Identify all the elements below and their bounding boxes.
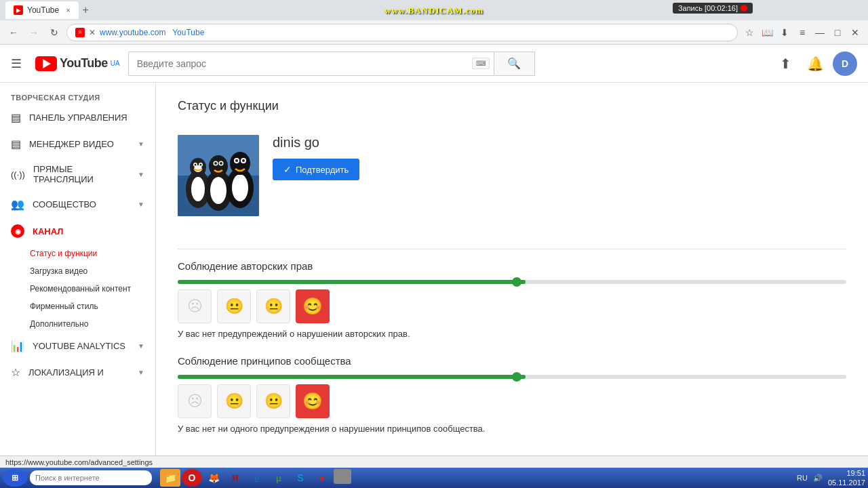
- new-tab-btn[interactable]: +: [83, 4, 89, 16]
- community-section: Соблюдение принципов сообщества ☹ 😐 😐 😊 …: [178, 355, 846, 434]
- sidebar-sub-advanced[interactable]: Дополнительно: [0, 315, 155, 333]
- sidebar-item-dashboard[interactable]: ▤ ПАНЕЛЬ УПРАВЛЕНИЯ: [0, 104, 155, 131]
- search-button[interactable]: 🔍: [494, 52, 535, 76]
- copyright-emoji-3: 😐: [256, 289, 290, 323]
- svg-point-16: [220, 162, 222, 165]
- upload-btn[interactable]: ⬆: [773, 52, 797, 76]
- channel-name: dinis go: [273, 135, 359, 150]
- status-section: Статус и функции: [178, 99, 846, 227]
- copyright-section: Соблюдение авторских прав ☹ 😐 😐 😊 У вас …: [178, 260, 846, 339]
- copyright-emoji-2: 😐: [217, 289, 251, 323]
- svg-point-23: [242, 159, 245, 162]
- confirm-label: Подтвердить: [296, 165, 349, 175]
- profile-info: dinis go ✓ Подтвердить: [273, 135, 359, 180]
- upload-label: Загрузка видео: [30, 266, 87, 276]
- notifications-btn[interactable]: 🔔: [803, 52, 827, 76]
- localization-label: ЛОКАЛИЗАЦИЯ И: [28, 367, 104, 378]
- copyright-progress-fill: [178, 280, 526, 284]
- recording-label: Запись [00:02:16]: [678, 4, 738, 12]
- community-arrow: ▼: [138, 201, 144, 208]
- analytics-label: YOUTUBE ANALYTICS: [33, 341, 125, 351]
- copyright-status-text: У вас нет предупреждений о нарушении авт…: [178, 329, 846, 339]
- svg-point-11: [210, 177, 226, 204]
- sidebar: ТВОРЧЕСКАЯ СТУДИЯ ▤ ПАНЕЛЬ УПРАВЛЕНИЯ ▤ …: [0, 83, 156, 468]
- penguin-image: [178, 135, 259, 216]
- community-icon: 👥: [11, 198, 24, 211]
- sidebar-item-channel[interactable]: ◉ КАНАЛ: [0, 218, 155, 245]
- sidebar-item-localization[interactable]: ☆ ЛОКАЛИЗАЦИЯ И ▼: [0, 359, 155, 386]
- play-triangle: [43, 59, 51, 68]
- divider-1: [178, 249, 846, 249]
- dashboard-label: ПАНЕЛЬ УПРАВЛЕНИЯ: [29, 113, 127, 123]
- video-manager-label: МЕНЕДЖЕР ВИДЕО: [29, 139, 114, 149]
- sidebar-item-community[interactable]: 👥 СООБЩЕСТВО ▼: [0, 191, 155, 218]
- live-label: ПРЯМЫЕ ТРАНСЛЯЦИИ: [33, 164, 130, 184]
- sidebar-sub-recommended[interactable]: Рекомендованный контент: [0, 280, 155, 298]
- download-btn[interactable]: ⬇: [777, 25, 792, 40]
- menu-btn[interactable]: ≡: [795, 25, 810, 40]
- tab-favicon: ▶: [14, 5, 23, 15]
- forward-btn[interactable]: →: [26, 24, 42, 41]
- copyright-progress-track: [178, 280, 846, 284]
- localization-arrow: ▼: [138, 369, 144, 376]
- copyright-title: Соблюдение авторских прав: [178, 260, 846, 272]
- sidebar-item-live[interactable]: ((·)) ПРЯМЫЕ ТРАНСЛЯЦИИ ▼: [0, 157, 155, 191]
- analytics-icon: 📊: [11, 340, 24, 352]
- bandicam-text: www.BANDICAM.com: [384, 5, 484, 16]
- sidebar-item-analytics[interactable]: 📊 YOUTUBE ANALYTICS ▼: [0, 333, 155, 359]
- bookmark-btn[interactable]: 📖: [760, 25, 774, 40]
- back-btn[interactable]: ←: [5, 24, 22, 41]
- address-close[interactable]: ✕: [89, 28, 96, 37]
- sidebar-sub-branding[interactable]: Фирменный стиль: [0, 298, 155, 315]
- maximize-btn[interactable]: □: [830, 25, 845, 40]
- close-window-btn[interactable]: ✕: [848, 25, 863, 40]
- hamburger-menu-btn[interactable]: ☰: [11, 56, 22, 71]
- user-avatar[interactable]: D: [833, 52, 857, 76]
- minimize-btn[interactable]: —: [812, 25, 827, 40]
- address-bar[interactable]: Я ✕ www.youtube.com YouTube: [66, 24, 738, 41]
- recording-badge: Запись [00:02:16]: [673, 3, 753, 14]
- refresh-btn[interactable]: ↻: [46, 24, 62, 41]
- live-arrow: ▼: [138, 171, 144, 178]
- search-container: ⌨ 🔍: [128, 52, 535, 76]
- copyright-progress-indicator: [512, 277, 521, 287]
- copyright-emoji-1: ☹: [178, 289, 212, 323]
- community-status-text: У вас нет ни одного предупреждения о нар…: [178, 424, 846, 434]
- copyright-progress-container: [178, 280, 846, 284]
- star-btn[interactable]: ☆: [742, 25, 757, 40]
- localization-icon: ☆: [11, 366, 20, 379]
- tab-close-btn[interactable]: ×: [66, 6, 70, 14]
- community-progress-track: [178, 375, 846, 379]
- svg-point-8: [195, 164, 197, 166]
- community-progress-fill: [178, 375, 526, 379]
- recommended-label: Рекомендованный контент: [30, 284, 131, 293]
- svg-point-15: [214, 162, 217, 165]
- community-progress-container: [178, 375, 846, 379]
- community-emoji-row: ☹ 😐 😐 😊: [178, 384, 846, 418]
- copyright-emoji-row: ☹ 😐 😐 😊: [178, 289, 846, 323]
- status-section-title: Статус и функции: [178, 99, 846, 113]
- search-bar[interactable]: ⌨: [128, 52, 494, 76]
- dashboard-icon: ▤: [11, 111, 21, 124]
- youtube-logo[interactable]: YouTubeUA: [35, 56, 120, 71]
- advanced-label: Дополнительно: [30, 319, 88, 329]
- sidebar-sub-status[interactable]: Статус и функции: [0, 245, 155, 262]
- status-bar: https://www.youtube.com/advanced_setting…: [0, 455, 868, 468]
- checkmark-icon: ✓: [283, 164, 292, 175]
- nav-right-buttons: ☆ 📖 ⬇ ≡ — □ ✕: [742, 25, 863, 40]
- confirm-button[interactable]: ✓ Подтвердить: [273, 159, 359, 180]
- yt-logo-icon: [35, 56, 57, 71]
- yt-logo-text: YouTube: [60, 56, 108, 70]
- sidebar-item-video-manager[interactable]: ▤ МЕНЕДЖЕР ВИДЕО ▼: [0, 131, 155, 157]
- address-favicon: Я: [75, 28, 85, 37]
- tab-title: YouTube: [27, 5, 59, 15]
- channel-icon: ◉: [11, 224, 24, 238]
- search-input[interactable]: [129, 52, 472, 75]
- live-icon: ((·)): [11, 169, 25, 180]
- status-url: https://www.youtube.com/advanced_setting…: [5, 458, 153, 466]
- svg-point-22: [235, 159, 238, 162]
- status-label: Статус и функции: [30, 249, 97, 258]
- analytics-arrow: ▼: [138, 342, 144, 350]
- active-tab[interactable]: ▶ YouTube ×: [5, 1, 79, 19]
- sidebar-sub-upload[interactable]: Загрузка видео: [0, 262, 155, 280]
